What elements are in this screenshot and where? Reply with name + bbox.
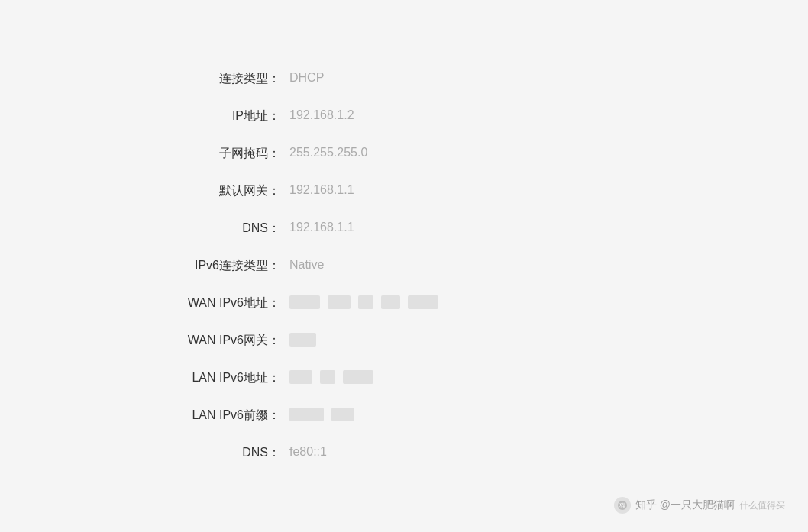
value-lan-ipv6-address (289, 370, 671, 384)
row-connection-type: 连接类型： DHCP (137, 60, 671, 98)
svg-text:猫: 猫 (619, 502, 625, 509)
row-wan-ipv6-gateway: WAN IPv6网关： (137, 322, 671, 360)
label-dns2: DNS： (137, 445, 289, 461)
value-ip-address: 192.168.1.2 (289, 108, 671, 122)
cat-icon: 猫 (617, 500, 628, 511)
value-wan-ipv6-address (289, 295, 671, 309)
watermark-main-text: 知乎 @一只大肥猫啊 (635, 498, 735, 511)
row-lan-ipv6-prefix: LAN IPv6前缀： (137, 397, 671, 434)
watermark-label: 知乎 @一只大肥猫啊 (635, 498, 735, 512)
row-default-gateway: 默认网关： 192.168.1.1 (137, 172, 671, 210)
value-wan-ipv6-gateway (289, 333, 671, 347)
redacted-lan-ipv6-prefix (289, 408, 354, 421)
row-lan-ipv6-address: LAN IPv6地址： (137, 360, 671, 397)
row-dns2: DNS： fe80::1 (137, 434, 671, 472)
network-info-container: 连接类型： DHCP IP地址： 192.168.1.2 子网掩码： 255.2… (0, 0, 808, 532)
value-subnet-mask: 255.255.255.0 (289, 146, 671, 160)
label-connection-type: 连接类型： (137, 71, 289, 87)
label-dns: DNS： (137, 221, 289, 237)
value-lan-ipv6-prefix (289, 408, 671, 421)
redacted-block (320, 370, 335, 384)
redacted-block (343, 370, 373, 384)
row-wan-ipv6-address: WAN IPv6地址： (137, 285, 671, 322)
value-connection-type: DHCP (289, 71, 671, 85)
value-default-gateway: 192.168.1.1 (289, 183, 671, 197)
watermark-icon: 猫 (614, 497, 631, 514)
redacted-lan-ipv6-address (289, 370, 373, 384)
redacted-block (358, 295, 373, 309)
label-ipv6-type: IPv6连接类型： (137, 258, 289, 274)
label-subnet-mask: 子网掩码： (137, 146, 289, 162)
watermark-sub-text: 什么值得买 (739, 499, 785, 512)
redacted-block (289, 333, 316, 347)
row-dns: DNS： 192.168.1.1 (137, 210, 671, 247)
label-lan-ipv6-address: LAN IPv6地址： (137, 370, 289, 386)
label-lan-ipv6-prefix: LAN IPv6前缀： (137, 408, 289, 424)
label-default-gateway: 默认网关： (137, 183, 289, 199)
redacted-wan-ipv6-gateway (289, 333, 316, 347)
label-wan-ipv6-address: WAN IPv6地址： (137, 295, 289, 311)
redacted-block (289, 370, 312, 384)
row-subnet-mask: 子网掩码： 255.255.255.0 (137, 135, 671, 172)
label-wan-ipv6-gateway: WAN IPv6网关： (137, 333, 289, 349)
redacted-block (289, 295, 320, 309)
redacted-block (328, 295, 351, 309)
row-ip-address: IP地址： 192.168.1.2 (137, 98, 671, 135)
watermark: 猫 知乎 @一只大肥猫啊 什么值得买 (614, 497, 785, 514)
value-dns2: fe80::1 (289, 445, 671, 459)
redacted-wan-ipv6-address (289, 295, 438, 309)
info-table: 连接类型： DHCP IP地址： 192.168.1.2 子网掩码： 255.2… (137, 60, 671, 472)
label-ip-address: IP地址： (137, 108, 289, 124)
redacted-block (381, 295, 400, 309)
redacted-block (331, 408, 354, 421)
value-dns: 192.168.1.1 (289, 221, 671, 234)
redacted-block (408, 295, 438, 309)
row-ipv6-type: IPv6连接类型： Native (137, 247, 671, 285)
value-ipv6-type: Native (289, 258, 671, 272)
redacted-block (289, 408, 324, 421)
